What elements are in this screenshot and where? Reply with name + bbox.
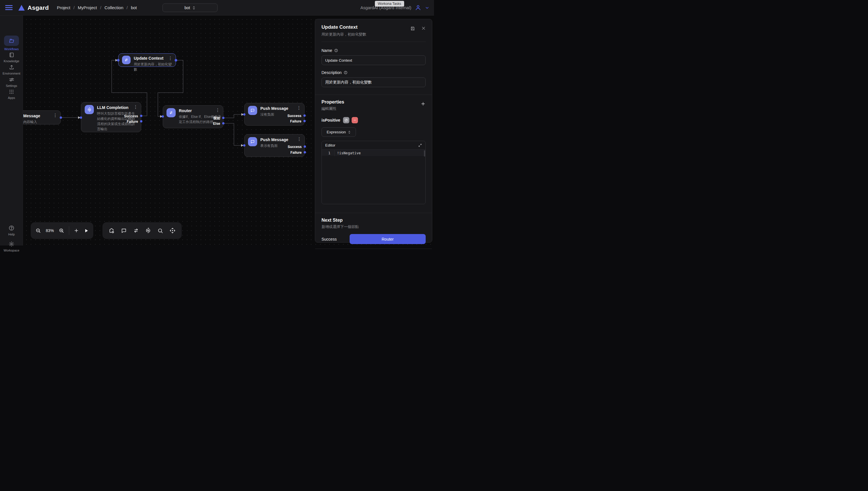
zoom-level: 83% (46, 228, 54, 233)
editor-code-area[interactable]: 1 !isNegative (322, 150, 425, 156)
hamburger-menu-icon[interactable] (5, 4, 12, 11)
edit-property-button[interactable] (343, 117, 349, 123)
name-label: Name (322, 48, 426, 53)
node-title: LLM Completion (97, 105, 136, 110)
expression-editor: Editor 1 !isNegative (322, 141, 426, 204)
apps-grid-icon (9, 89, 15, 95)
editor-code[interactable]: !isNegative (334, 150, 425, 156)
sidebar-item-apps[interactable]: Apps (0, 89, 23, 99)
node-update-context[interactable]: Update Context 用於更新內容，初始化變數 ⋮ (118, 53, 176, 67)
node-detail-panel: Update Context 用於更新內容，初始化變數 Name Descrip… (315, 19, 432, 242)
editor-scrollbar[interactable] (424, 150, 425, 156)
port-if[interactable]: 假如 (213, 116, 220, 120)
run-workflow-button[interactable] (84, 228, 89, 233)
node-menu-icon[interactable]: ⋮ (133, 105, 138, 109)
sidebar-item-environment[interactable]: Environment (0, 64, 23, 75)
account-chevron-down-icon[interactable] (425, 5, 429, 10)
add-button[interactable] (74, 228, 79, 233)
port-failure[interactable]: Failure (127, 119, 138, 124)
next-step-target-button[interactable]: Router (350, 234, 426, 244)
description-label: Description (322, 70, 426, 75)
next-step-port-label: Success (322, 237, 337, 241)
llm-node-button[interactable] (145, 227, 151, 234)
expand-editor-icon[interactable] (418, 143, 422, 147)
node-subtitle: 用於更新內容，初始化變數 (134, 62, 172, 72)
breadcrumb-project[interactable]: Project (57, 5, 70, 10)
breadcrumb-collection[interactable]: Collection (105, 5, 124, 10)
info-icon[interactable] (334, 49, 338, 53)
sidebar-item-knowledge[interactable]: Knowledge (0, 52, 23, 63)
sidebar-item-workflows[interactable]: Workflows (0, 35, 23, 51)
breadcrumb-bot[interactable]: bot (131, 5, 137, 10)
node-menu-icon[interactable]: ⋮ (297, 106, 301, 110)
upload-icon (9, 64, 15, 70)
book-icon (9, 52, 15, 58)
node-menu-icon[interactable]: ⋮ (168, 56, 172, 60)
sidebar-item-settings[interactable]: Settings (0, 77, 23, 87)
property-type-select[interactable]: Expression (322, 127, 356, 137)
node-title: Router (179, 108, 220, 113)
port-success[interactable]: Success (124, 114, 138, 118)
node-router[interactable]: Router 依據If、Else If、Else條件決定工作流程執行的路徑 ⋮ … (163, 105, 223, 128)
properties-title: Properties (322, 99, 344, 105)
folder-icon (8, 37, 15, 44)
port-failure[interactable]: Failure (290, 119, 301, 124)
help-circle-icon (8, 225, 15, 231)
zoom-toolbar: 83% (31, 222, 93, 239)
node-push-message-2[interactable]: Push Message 表示有負面 ⋮ Success Failure (244, 134, 305, 157)
editor-title: Editor (325, 143, 335, 147)
sidebar-item-workspace[interactable]: Workspace (0, 241, 23, 246)
message-node-button[interactable] (121, 228, 127, 234)
llm-icon (85, 105, 94, 114)
update-context-node-button[interactable] (133, 227, 139, 234)
property-name: isPositive (322, 118, 340, 122)
auto-layout-button[interactable] (169, 227, 176, 234)
search-button[interactable] (157, 228, 163, 234)
panel-subtitle: 用於更新內容，初始化變數 (322, 32, 426, 37)
port-failure[interactable]: Failure (291, 150, 302, 155)
breadcrumb: Project / MyProject / Collection / bot (57, 5, 137, 10)
zoom-in-button[interactable] (59, 228, 64, 233)
asgard-logo-icon (18, 5, 25, 10)
remove-property-button[interactable] (352, 117, 358, 123)
sidebar-item-help[interactable]: Help (0, 225, 23, 236)
chat-bubble-icon (248, 106, 257, 115)
zoom-out-button[interactable] (35, 228, 41, 233)
breadcrumb-myproject[interactable]: MyProject (78, 5, 97, 10)
add-property-button[interactable] (421, 101, 426, 107)
node-menu-icon[interactable]: ⋮ (53, 113, 57, 117)
close-button[interactable] (422, 26, 426, 31)
node-title: Push Message (260, 137, 288, 142)
node-llm-completion[interactable]: LLM Completion 呼叫大型語言模型並產生結構化的資料輸出以輔助流程的… (81, 102, 141, 132)
brand-title: Asgard (28, 4, 49, 11)
user-avatar-icon[interactable] (415, 4, 422, 11)
properties-subtitle: 編輯屬性 (322, 106, 344, 111)
workflow-select[interactable]: bot (162, 3, 218, 12)
add-trigger-node-button[interactable] (109, 227, 115, 234)
top-bar: Asgard Project / MyProject / Collection … (0, 0, 434, 16)
info-icon[interactable] (344, 70, 348, 75)
node-title: Push Message (260, 106, 288, 111)
save-button[interactable] (410, 26, 415, 31)
chevron-up-down-icon (348, 131, 351, 134)
port-else[interactable]: Else (213, 121, 220, 126)
node-title: Message (23, 113, 40, 118)
port-success[interactable]: Success (288, 145, 302, 149)
gear-icon (8, 241, 15, 246)
name-input[interactable] (322, 55, 426, 65)
workona-tasks-tooltip: Workona Tasks (375, 1, 404, 7)
chat-bubble-icon (248, 137, 257, 146)
node-menu-icon[interactable]: ⋮ (216, 108, 220, 112)
port-success[interactable]: Success (287, 114, 301, 118)
node-menu-icon[interactable]: ⋮ (297, 137, 301, 141)
chevron-up-down-icon (192, 6, 195, 10)
description-input[interactable] (322, 78, 426, 87)
line-number: 1 (322, 151, 334, 155)
node-subtitle: 沒有負面 (260, 112, 288, 117)
next-step-title: Next Step (322, 218, 426, 223)
node-push-message-1[interactable]: Push Message 沒有負面 ⋮ Success Failure (244, 103, 304, 126)
toolbar-divider (69, 226, 69, 235)
next-step-subtitle: 新增或選擇下一個節點 (322, 224, 426, 229)
node-message[interactable]: Message 內容輸入 ⋮ (23, 110, 61, 124)
node-subtitle: 表示有負面 (260, 143, 288, 148)
